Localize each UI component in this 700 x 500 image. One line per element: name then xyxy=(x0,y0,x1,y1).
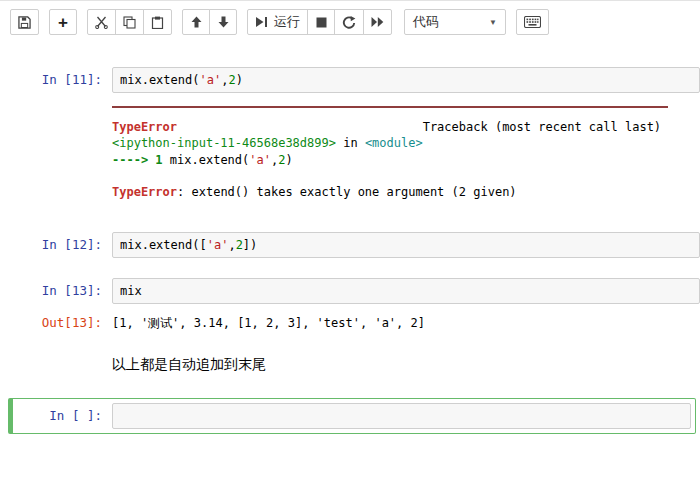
move-button-group xyxy=(182,9,237,35)
fast-forward-icon xyxy=(371,16,384,28)
input-prompt: In [11]: xyxy=(8,67,112,87)
code-cell-13: In [13]: mix xyxy=(8,278,700,304)
notebook-container: In [11]: mix.extend('a',2) TypeError Tra… xyxy=(0,43,700,434)
restart-kernel-button[interactable] xyxy=(334,9,364,35)
chevron-down-icon: ▼ xyxy=(489,18,497,27)
markdown-cell[interactable]: 以上都是自动追加到末尾 xyxy=(112,356,700,374)
traceback-line: ----> 1 mix.extend('a',2) xyxy=(112,152,700,168)
selected-empty-cell[interactable]: In [ ]: xyxy=(8,398,696,434)
traceback-line: TypeError: extend() takes exactly one ar… xyxy=(112,184,700,200)
traceback-line: <ipython-input-11-46568e38d899> in <modu… xyxy=(112,135,700,151)
run-button-group: 运行 xyxy=(247,9,392,35)
error-output: TypeError Traceback (most recent call la… xyxy=(112,106,700,200)
code-input[interactable]: mix xyxy=(112,278,700,304)
input-prompt: In [13]: xyxy=(8,278,112,298)
traceback-line: TypeError Traceback (most recent call la… xyxy=(112,119,700,135)
code-input-empty[interactable] xyxy=(112,403,691,429)
paste-cell-button[interactable] xyxy=(143,9,172,35)
output-text: [1, '测试', 3.14, [1, 2, 3], 'test', 'a', … xyxy=(112,313,425,331)
plus-icon: + xyxy=(58,14,68,31)
restart-run-all-button[interactable] xyxy=(363,9,392,35)
move-cell-up-button[interactable] xyxy=(182,9,210,35)
cell-type-value: 代码 xyxy=(413,13,439,31)
copy-cell-button[interactable] xyxy=(115,9,144,35)
edit-button-group xyxy=(87,9,172,35)
paste-icon xyxy=(151,16,164,29)
input-prompt: In [12]: xyxy=(8,232,112,252)
copy-icon xyxy=(123,16,136,29)
code-input[interactable]: mix.extend(['a',2]) xyxy=(112,232,700,258)
arrow-down-icon xyxy=(218,16,229,28)
input-prompt: In [ ]: xyxy=(13,403,112,423)
code-input[interactable]: mix.extend('a',2) xyxy=(112,67,700,93)
cut-cell-button[interactable] xyxy=(87,9,116,35)
code-line: mix.extend(['a',2]) xyxy=(120,237,692,253)
code-line xyxy=(120,408,683,424)
output-cell-13: Out[13]: [1, '测试', 3.14, [1, 2, 3], 'tes… xyxy=(8,313,700,331)
output-prompt: Out[13]: xyxy=(8,313,112,330)
arrow-up-icon xyxy=(191,16,202,28)
move-cell-down-button[interactable] xyxy=(209,9,237,35)
traceback-separator xyxy=(112,106,668,108)
interrupt-kernel-button[interactable] xyxy=(307,9,335,35)
code-line: mix xyxy=(120,283,692,299)
code-cell-12: In [12]: mix.extend(['a',2]) xyxy=(8,232,700,258)
keyboard-icon xyxy=(524,16,541,28)
code-line: mix.extend('a',2) xyxy=(120,72,692,88)
restart-icon xyxy=(342,16,356,29)
cell-type-dropdown[interactable]: 代码 ▼ xyxy=(404,9,506,35)
run-cell-button[interactable]: 运行 xyxy=(247,9,308,35)
command-palette-button[interactable] xyxy=(516,9,549,35)
stop-icon xyxy=(316,17,327,28)
notebook-toolbar: + xyxy=(0,1,700,43)
traceback-line xyxy=(112,168,700,184)
scissors-icon xyxy=(95,16,108,29)
code-cell-11: In [11]: mix.extend('a',2) TypeError Tra… xyxy=(0,67,700,200)
save-button[interactable] xyxy=(10,9,39,35)
add-cell-button[interactable]: + xyxy=(49,9,77,35)
run-label: 运行 xyxy=(274,13,300,31)
run-icon xyxy=(255,16,268,28)
save-icon xyxy=(18,16,31,29)
